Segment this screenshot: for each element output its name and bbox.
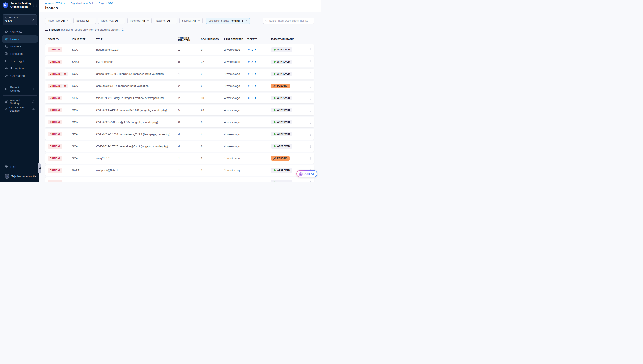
table-row[interactable]: CRITICAL SAST B324: hashlib 8 32 3 weeks…: [45, 56, 314, 67]
row-menu-button[interactable]: [308, 48, 312, 52]
sidebar-collapse-handle[interactable]: [38, 164, 42, 173]
table-row[interactable]: CRITICAL SCA CVE-2019-10747: set-value@0…: [45, 141, 314, 152]
issue-type-cell: SAST: [72, 60, 96, 64]
main-area: Account: STO testOrganization: defaultPr…: [40, 0, 322, 182]
info-icon[interactable]: [32, 100, 35, 104]
table-row[interactable]: CRITICAL SCA CVE-2019-10746: mixin-deep@…: [45, 129, 314, 140]
issue-title-cell: coreutils@9.1-1: Improper Input Validati…: [96, 84, 178, 88]
occurrences-cell: 1: [201, 169, 224, 172]
table-row[interactable]: CRITICAL SCA gnutls28@3.7.9-2+deb12u5: I…: [45, 68, 314, 79]
ticket-caret-icon: [255, 98, 256, 99]
sidebar-item-get-started[interactable]: Get Started: [2, 72, 38, 79]
stacked-layers-icon: [62, 72, 68, 76]
ticket-caret-icon: [255, 73, 256, 74]
targets-impacted-cell: 8: [178, 60, 201, 64]
column-header-last-detected: LAST DETECTED: [224, 38, 248, 40]
targets-impacted-cell: 4: [178, 132, 201, 136]
last-detected-cell: 2 months ago: [224, 169, 248, 172]
row-menu-button[interactable]: [308, 96, 312, 100]
project-selector[interactable]: PROJECT STO: [3, 14, 37, 25]
sidebar-item-exemptions[interactable]: Exemptions: [2, 65, 38, 72]
last-detected-cell: 4 weeks ago: [224, 72, 248, 76]
filter-dropdown-issue-type-[interactable]: Issue Type: All: [45, 18, 72, 24]
breadcrumb-link-project-sto[interactable]: Project: STO: [99, 2, 113, 4]
table-row[interactable]: CRITICAL SCA zlib@1:1.2.13.dfsg-1: Integ…: [45, 93, 314, 103]
help-chat-icon: ?: [5, 165, 8, 168]
breadcrumb-link-account-sto-test[interactable]: Account: STO test: [45, 2, 65, 4]
issues-count: 104 Issues: [45, 28, 60, 31]
exemption-status-badge: APPROVED: [271, 96, 292, 100]
breadcrumb: Account: STO testOrganization: defaultPr…: [45, 2, 322, 4]
tickets-cell[interactable]: 1: [248, 48, 271, 51]
filter-dropdown-severity-[interactable]: Severity: All: [179, 18, 203, 24]
get-started-icon: [5, 74, 8, 78]
row-menu-button[interactable]: [308, 144, 312, 149]
column-header-occurrences: OCCURRENCES: [201, 38, 224, 40]
table-row[interactable]: CRITICAL SCA swig//1.4.2 1 2 1 month ago…: [45, 153, 314, 164]
row-menu-button[interactable]: [308, 180, 312, 182]
row-menu-button[interactable]: [308, 84, 312, 88]
row-menu-button[interactable]: [308, 72, 312, 76]
issue-type-cell: SAST: [72, 169, 96, 172]
filter-dropdown-exemption-status-[interactable]: Exemption Status: Pending +1: [206, 18, 250, 24]
issue-type-cell: SAST: [72, 181, 96, 182]
sidebar-item-pipelines[interactable]: Pipelines: [2, 43, 38, 50]
issue-type-cell: SCA: [72, 72, 96, 76]
sidebar-item-overview[interactable]: Overview: [2, 28, 38, 35]
column-header-title: TITLE: [96, 38, 178, 40]
sidebar-item-issues[interactable]: Issues: [2, 35, 38, 43]
severity-badge: CRITICAL: [48, 144, 62, 148]
exemption-status-badge: PENDING: [271, 84, 290, 88]
issue-type-cell: SCA: [72, 120, 96, 124]
table-row[interactable]: CRITICAL SCA CVE-2021-44906: minimist@0.…: [45, 105, 314, 115]
row-menu-button[interactable]: [308, 156, 312, 161]
filter-dropdown-target-type-[interactable]: Target Type: All: [98, 18, 125, 24]
severity-badge: CRITICAL: [48, 120, 62, 124]
table-row[interactable]: CRITICAL SCA coreutils@9.1-1: Improper I…: [45, 81, 314, 91]
occurrences-cell: 2: [201, 72, 224, 76]
app-title: Security Testing Orchestration: [10, 2, 31, 9]
help-label: Help: [10, 165, 16, 168]
row-menu-button[interactable]: [308, 108, 312, 112]
account-gear-icon: [5, 100, 8, 104]
sidebar-item-executions[interactable]: Executions: [2, 50, 38, 57]
severity-badge: CRITICAL: [48, 132, 62, 136]
table-row[interactable]: CRITICAL SCA bassmaster//1.2.0 1 9 2 wee…: [45, 44, 314, 55]
table-row[interactable]: CRITICAL SCA CVE-2020-7788: ini@1.3.5 (l…: [45, 117, 314, 128]
user-menu[interactable]: TK Teja Kummarikuntla: [2, 172, 38, 180]
tickets-cell[interactable]: 1: [248, 96, 271, 100]
sidebar: Security Testing Orchestration PROJECT S…: [0, 0, 40, 182]
tickets-cell[interactable]: 2: [248, 60, 271, 64]
last-detected-cell: 4 weeks ago: [224, 120, 248, 124]
sidebar-item-help[interactable]: ? Help: [2, 163, 38, 170]
ask-ai-button[interactable]: Ask AI: [296, 170, 317, 177]
occurrences-cell: 2: [201, 157, 224, 160]
tickets-cell[interactable]: 1: [248, 72, 271, 76]
search-input[interactable]: [269, 20, 312, 22]
breadcrumb-link-organization-default[interactable]: Organization: default: [71, 2, 94, 4]
info-icon[interactable]: [122, 28, 124, 31]
last-detected-cell: 4 weeks ago: [224, 145, 248, 148]
sidebar-item-test-targets[interactable]: Test Targets: [2, 57, 38, 65]
filter-dropdown-targets-[interactable]: Targets: All: [73, 18, 96, 24]
ticket-caret-icon: [255, 49, 256, 50]
filter-dropdown-pipelines-[interactable]: Pipelines: All: [127, 18, 152, 24]
sidebar-item-organization-settings[interactable]: Organization Settings: [2, 106, 38, 113]
svg-text:?: ?: [6, 166, 6, 167]
table-row[interactable]: CRITICAL SAST webpack@5.64.1 1 1 2 month…: [45, 165, 314, 176]
sidebar-bottom: ? Help TK Teja Kummarikuntla: [0, 158, 40, 182]
sidebar-item-project-settings[interactable]: Project Settings: [2, 86, 38, 93]
tickets-cell[interactable]: 1: [248, 84, 271, 88]
module-grid-icon[interactable]: [33, 4, 37, 7]
sidebar-accent-bar: [3, 11, 37, 12]
filter-bar: Issue Type: All Targets: All Target Type…: [45, 18, 314, 24]
sidebar-item-account-settings[interactable]: Account Settings: [2, 98, 38, 106]
filter-dropdown-scanner-[interactable]: Scanner: All: [154, 18, 177, 24]
issue-title-cell: CVE-2019-10746: mixin-deep@1.3.1 (lang-p…: [96, 132, 178, 136]
row-menu-button[interactable]: [308, 132, 312, 137]
project-name: STO: [5, 20, 18, 23]
table-row[interactable]: CRITICAL SAST django@1.2 1 22 2 months a…: [45, 177, 314, 182]
row-menu-button[interactable]: [308, 60, 312, 64]
row-menu-button[interactable]: [308, 120, 312, 125]
info-icon[interactable]: [32, 108, 35, 111]
